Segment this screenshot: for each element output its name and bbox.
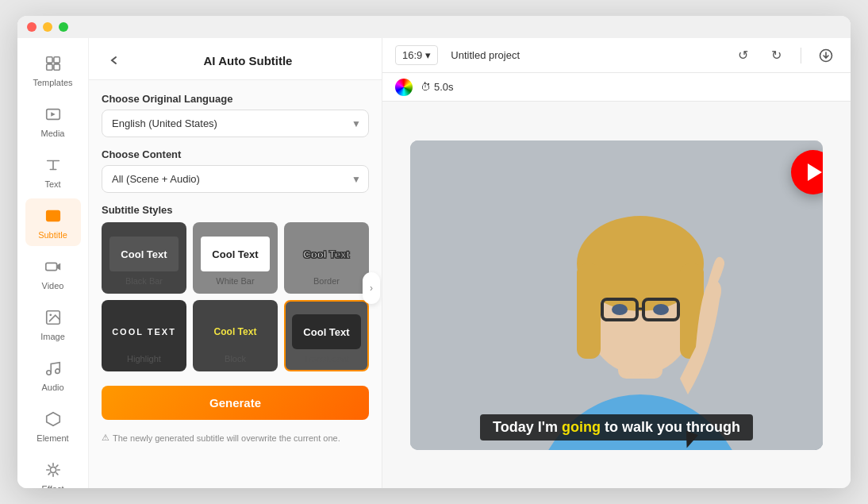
editor-toolbar: 16:9 ▾ Untitled project ↺ ↻ [382,38,851,73]
subtitle-label: Subtitle [38,230,67,240]
audio-icon [42,357,64,379]
media-icon [42,103,64,125]
sidebar-item-element[interactable]: Element [25,402,81,449]
content-section: Choose Content All (Scene + Audio) ▼ [102,148,369,193]
language-section: Choose Original Language English (United… [102,93,369,137]
minimize-dot[interactable] [43,22,52,32]
panel-title: AI Auto Subtitle [130,54,366,67]
video-label: Video [42,281,64,290]
svg-rect-21 [577,264,601,359]
style-preview-highlight: COOL TEXT [109,314,179,349]
close-dot[interactable] [27,22,36,32]
sidebar-item-text[interactable]: Text [25,148,81,195]
sidebar-item-templates[interactable]: Templates [25,46,81,94]
styles-scroll-right[interactable]: › [363,272,380,304]
style-preview-text-black-bar: Cool Text [121,248,167,260]
sidebar-item-media[interactable]: Media [25,97,81,144]
generate-button[interactable]: Generate [102,386,369,420]
play-icon [808,164,822,181]
editor-area: 16:9 ▾ Untitled project ↺ ↻ [382,38,851,488]
project-name: Untitled project [451,49,520,61]
warning-icon: ⚠ [102,433,109,443]
video-background: Today I'm going to walk you through [410,140,823,450]
svg-point-9 [46,371,51,375]
subtitle-panel: AI Auto Subtitle Choose Original Languag… [89,38,382,488]
language-dropdown-wrap[interactable]: English (United States) ▼ [102,110,369,137]
language-select[interactable]: English (United States) [102,110,369,137]
content-section-label: Choose Content [102,148,369,160]
svg-point-26 [612,304,628,315]
templates-label: Templates [33,78,72,87]
subtitle-before: Today I'm [493,419,562,435]
color-picker[interactable] [395,79,413,96]
aspect-ratio-button[interactable]: 16:9 ▾ [395,45,438,65]
video-icon [42,256,64,278]
element-label: Element [36,433,68,443]
warning-text: The newly generated subtitle will overwr… [113,433,340,443]
content-dropdown-wrap[interactable]: All (Scene + Audio) ▼ [102,165,369,193]
templates-icon [42,52,64,75]
text-label: Text [44,179,60,189]
style-preview-text-border: Cool Text [303,248,349,260]
effect-icon [42,459,64,481]
style-card-translucent[interactable]: Cool Text Translucent [284,300,369,371]
timer-icon: ⏱ [421,81,431,93]
maximize-dot[interactable] [59,22,68,32]
toolbar-divider [801,48,801,63]
svg-point-10 [55,369,60,374]
style-card-white-bar[interactable]: Cool Text White Bar [193,222,278,294]
export-button[interactable] [814,44,838,67]
aspect-ratio-chevron: ▾ [425,49,431,61]
editor-sub-toolbar: ⏱ 5.0s [382,73,851,102]
style-preview-block: Cool Text [201,314,270,349]
media-label: Media [41,129,65,138]
style-label-translucent: Translucent [304,354,349,364]
video-content-svg [410,140,823,450]
app-window: Templates Media Text [17,16,851,488]
sidebar-item-subtitle[interactable]: Subtitle [25,198,81,246]
style-label-highlight: Highlight [127,354,161,364]
svg-rect-0 [46,57,52,63]
style-preview-text-highlight: COOL TEXT [112,327,176,337]
back-button[interactable] [105,51,124,70]
style-preview-text-white-bar: Cool Text [212,248,258,260]
style-label-block: Block [225,354,246,364]
style-preview-black-bar: Cool Text [109,237,179,271]
subtitle-icon [42,205,64,227]
style-preview-text-block: Cool Text [214,326,257,337]
styles-section: Subtitle Styles Cool Text Black Bar [102,204,369,371]
sidebar-item-audio[interactable]: Audio [25,351,81,398]
style-preview-translucent: Cool Text [292,314,361,349]
content-select[interactable]: All (Scene + Audio) [102,165,369,193]
video-canvas: Today I'm going to walk you through [410,140,823,450]
svg-point-11 [50,467,56,472]
timer-display: ⏱ 5.0s [421,81,454,93]
svg-rect-3 [53,64,59,70]
style-card-highlight[interactable]: COOL TEXT Highlight [102,300,186,371]
style-card-block[interactable]: Cool Text Block [193,300,278,371]
undo-button[interactable]: ↺ [731,44,755,67]
timer-value: 5.0s [434,81,454,93]
redo-button[interactable]: ↻ [764,44,788,67]
svg-point-27 [653,304,669,315]
image-icon [42,306,64,329]
style-card-border[interactable]: Cool Text Border [284,222,369,294]
panel-header: AI Auto Subtitle [89,38,382,80]
sidebar-item-video[interactable]: Video [25,249,81,297]
style-label-white-bar: White Bar [216,276,254,286]
subtitle-bar: Today I'm going to walk you through [410,414,823,441]
svg-point-8 [49,314,52,316]
style-label-border: Border [313,276,340,286]
subtitle-highlight: going [562,419,601,435]
style-card-black-bar[interactable]: Cool Text Black Bar [102,222,186,294]
svg-rect-1 [53,57,59,63]
svg-rect-6 [45,263,56,270]
subtitle-after: to walk you through [601,419,740,435]
canvas-area: Today I'm going to walk you through [382,102,851,488]
sidebar-item-effect[interactable]: Effect [25,452,81,488]
sidebar-item-image[interactable]: Image [25,300,81,348]
svg-rect-5 [46,211,60,221]
element-icon [42,408,64,430]
subtitle-text: Today I'm going to walk you through [480,414,753,441]
panel-body: Choose Original Language English (United… [89,80,382,456]
